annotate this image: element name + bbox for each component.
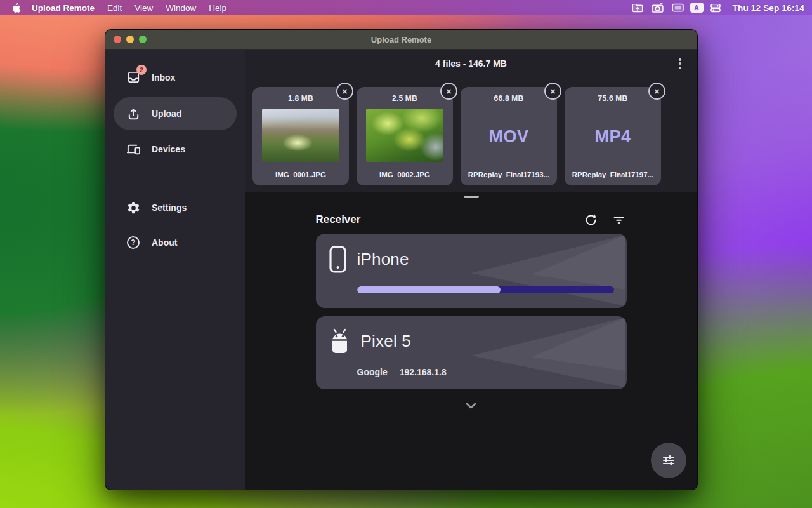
screenshot-camera-icon[interactable] [650, 2, 666, 13]
device-ip: 192.168.1.8 [400, 367, 447, 377]
sidebar-item-about[interactable]: ? About [114, 229, 237, 257]
app-window: Upload Remote 2 Inbox [105, 29, 698, 490]
menu-bar-clock[interactable]: Thu 12 Sep 16:14 [733, 3, 805, 13]
device-card-iphone[interactable]: iPhone [316, 234, 627, 308]
inbox-badge: 2 [136, 65, 147, 75]
input-source-icon[interactable]: A [690, 3, 704, 13]
sidebar-item-label: Inbox [152, 72, 175, 83]
device-row: Pixel 5 [329, 328, 627, 354]
file-cards-row: 1.8 MB IMG_0001.JPG × 2.5 MB IMG_0002.JP… [245, 87, 697, 185]
iphone-icon [329, 246, 346, 273]
apple-menu-icon[interactable] [6, 3, 25, 13]
window-title: Upload Remote [105, 35, 697, 44]
file-name: IMG_0001.JPG [275, 171, 326, 178]
files-panel: 4 files - 146.7 MB 1.8 MB IMG_0001.JPG ×… [245, 50, 697, 192]
tune-sliders-icon [661, 453, 676, 468]
upload-icon [125, 105, 141, 122]
sidebar-item-devices[interactable]: Devices [114, 135, 237, 163]
sidebar-item-inbox[interactable]: 2 Inbox [114, 64, 237, 91]
inbox-icon: 2 [125, 69, 141, 86]
device-name: iPhone [357, 250, 409, 269]
file-name: RPReplay_Final17197... [572, 171, 653, 178]
settings-gear-icon [125, 199, 141, 216]
window-titlebar[interactable]: Upload Remote [105, 30, 697, 50]
menu-view[interactable]: View [128, 3, 159, 13]
device-card-pixel5[interactable]: Pixel 5 Google 192.168.1.8 [316, 316, 627, 389]
file-format-label: MP4 [594, 103, 631, 171]
sidebar-item-label: Upload [152, 109, 181, 119]
file-size: 75.6 MB [598, 94, 628, 103]
remove-file-button[interactable]: × [440, 83, 457, 100]
file-size: 1.8 MB [288, 94, 313, 103]
file-format-label: MOV [488, 103, 528, 171]
display-icon[interactable] [670, 2, 686, 13]
receiver-title: Receiver [316, 213, 361, 226]
minimize-window-button[interactable] [126, 36, 134, 43]
menu-app-name[interactable]: Upload Remote [25, 3, 101, 13]
menu-bar: Upload Remote Edit View Window Help A [0, 0, 812, 15]
about-help-icon: ? [125, 234, 141, 251]
device-row: iPhone [329, 246, 627, 273]
remove-file-button[interactable]: × [648, 83, 665, 100]
close-window-button[interactable] [114, 36, 121, 43]
panel-drag-handle[interactable] [464, 196, 479, 198]
file-thumbnail [366, 109, 443, 162]
sidebar-item-upload[interactable]: Upload [114, 97, 237, 130]
transfer-progress-bar [357, 286, 614, 293]
remove-file-button[interactable]: × [336, 83, 353, 100]
sidebar-item-label: About [152, 237, 177, 248]
sidebar-item-settings[interactable]: Settings [114, 194, 237, 222]
refresh-icon[interactable] [584, 212, 599, 227]
filter-icon[interactable] [612, 212, 627, 227]
menu-window[interactable]: Window [159, 3, 202, 13]
file-name: RPReplay_Final17193... [468, 171, 549, 178]
file-name: IMG_0002.JPG [379, 171, 430, 178]
apple-logo-icon [11, 3, 21, 13]
device-name: Pixel 5 [361, 331, 411, 351]
control-center-icon[interactable] [707, 2, 724, 13]
menu-edit[interactable]: Edit [101, 3, 128, 13]
window-body: 2 Inbox Upload [105, 50, 697, 490]
traffic-lights [105, 36, 147, 43]
files-summary: 4 files - 146.7 MB [245, 58, 697, 69]
receiver-actions [584, 212, 627, 227]
menu-bar-status: A Thu 12 Sep 16:14 [629, 2, 812, 13]
folder-upload-icon[interactable] [629, 2, 646, 13]
file-size: 2.5 MB [392, 94, 417, 103]
file-card[interactable]: 1.8 MB IMG_0001.JPG × [252, 87, 349, 185]
zoom-window-button[interactable] [139, 36, 147, 43]
main-content: 4 files - 146.7 MB 1.8 MB IMG_0001.JPG ×… [245, 50, 697, 490]
sidebar-divider [123, 178, 227, 178]
transfer-settings-fab[interactable] [651, 443, 686, 478]
menu-bar-left: Upload Remote Edit View Window Help [0, 3, 233, 13]
menu-help[interactable]: Help [202, 3, 233, 13]
files-header: 4 files - 146.7 MB [245, 50, 697, 77]
devices-icon [125, 141, 141, 157]
file-card[interactable]: 75.6 MB MP4 RPReplay_Final17197... × [565, 87, 661, 185]
sidebar: 2 Inbox Upload [105, 50, 245, 490]
android-icon [329, 328, 350, 354]
file-card[interactable]: 2.5 MB IMG_0002.JPG × [357, 87, 453, 185]
expand-more-icon[interactable] [464, 401, 479, 410]
receiver-header: Receiver [316, 212, 627, 227]
file-thumbnail [262, 109, 339, 162]
device-vendor: Google [357, 367, 388, 377]
iphone-progress-fill [357, 286, 501, 293]
receiver-panel: Receiver [245, 192, 697, 490]
more-options-icon[interactable] [672, 56, 688, 71]
device-meta: Google 192.168.1.8 [357, 367, 627, 377]
file-card[interactable]: 66.8 MB MOV RPReplay_Final17193... × [461, 87, 557, 185]
remove-file-button[interactable]: × [544, 83, 561, 100]
sidebar-item-label: Devices [152, 144, 185, 154]
sidebar-item-label: Settings [152, 203, 187, 213]
file-size: 66.8 MB [494, 94, 524, 103]
